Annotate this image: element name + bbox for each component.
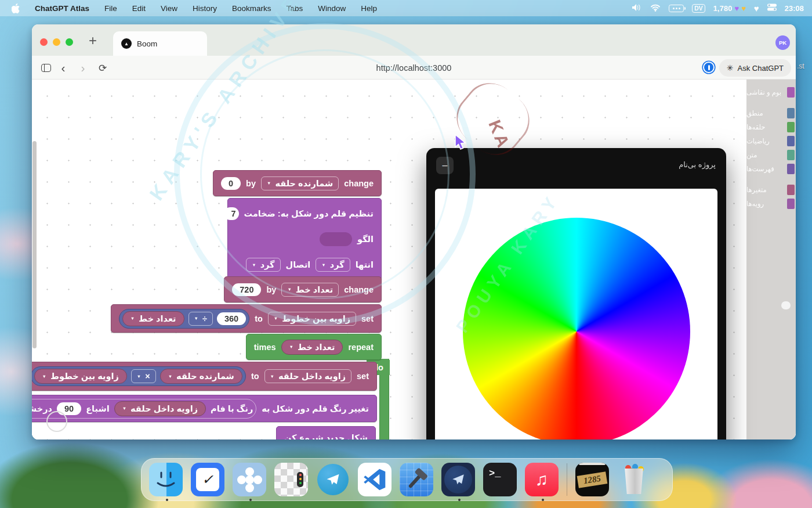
block-toolbox: بوم و نقاشی منطق حلقه‌ها ریاضیات متن فهر… (746, 80, 796, 439)
variable-dropdown[interactable]: زاویه بین خطوط (268, 312, 356, 326)
sidebar-toggle-button[interactable] (39, 61, 53, 75)
zoom-reset-circle[interactable] (46, 411, 67, 432)
block-change-counter[interactable]: change شمارنده حلقه by 0 (213, 170, 382, 196)
tab-favicon: ▲ (121, 38, 132, 49)
operator-dropdown[interactable]: × (131, 369, 156, 383)
multiplication-block[interactable]: شمارنده حلقه × زاویه بین خطوط (32, 366, 246, 386)
control-center-icon[interactable] (767, 3, 777, 13)
new-tab-button[interactable]: + (89, 33, 97, 49)
join-dropdown[interactable]: گرد (246, 258, 280, 272)
dock-vscode-icon[interactable] (358, 463, 392, 496)
menu-item-view[interactable]: View (161, 4, 177, 13)
tab-boom[interactable]: ▲ Boom (113, 31, 207, 56)
menu-clock[interactable]: 23:08 (785, 4, 804, 13)
category-color-swatch (787, 150, 795, 160)
close-window-button[interactable] (40, 38, 48, 46)
apple-menu-icon[interactable] (12, 3, 20, 13)
division-block[interactable]: 360 ÷ تعداد خط (119, 309, 249, 329)
variable-dropdown[interactable]: زاویه داخل حلقه (264, 369, 351, 383)
variable-pill[interactable]: زاویه بین خطوط (34, 369, 127, 384)
workspace-vertical-scrollbar[interactable] (32, 141, 37, 348)
zoom-window-button[interactable] (66, 38, 73, 46)
category-color-swatch (787, 87, 795, 98)
block-pen-setup[interactable]: تنظیم قلم دور شکل به: ضخامت 7 الگو انتها… (227, 198, 382, 280)
browser-window: + ▲ Boom PK ‹ › ⟳ http://localhost:3000 … (32, 24, 796, 439)
canvas-minimize-button[interactable]: – (436, 157, 454, 174)
menu-counter: 1,780 ♥ ♥ (713, 4, 746, 13)
variable-pill[interactable]: تعداد خط (281, 340, 343, 355)
desktop-icon-label: .st (797, 62, 804, 70)
category-color-swatch (787, 199, 795, 209)
dock-telegram-icon[interactable] (316, 463, 350, 496)
variable-dropdown[interactable]: شمارنده حلقه (261, 176, 339, 190)
menu-item-help[interactable]: Help (361, 4, 377, 13)
number-field[interactable]: 360 (217, 312, 246, 325)
variable-pill[interactable]: تعداد خط (122, 311, 184, 326)
category-color-swatch (787, 164, 795, 174)
openai-logo-icon: ✳ (727, 63, 734, 73)
browser-toolbar: ‹ › ⟳ http://localhost:3000 ✳ Ask ChatGP… (32, 56, 796, 80)
minimize-window-button[interactable] (53, 38, 60, 46)
color-wheel-drawing (463, 218, 690, 439)
dock-divider (567, 463, 567, 496)
toolbox-category-logic[interactable]: منطق (746, 106, 796, 120)
block-repeat[interactable]: repeat تعداد خط times (246, 334, 382, 360)
number-field[interactable]: 720 (232, 283, 261, 296)
block-change-lines[interactable]: change تعداد خط by 720 (224, 276, 382, 302)
variable-pill[interactable]: زاویه داخل حلقه (114, 401, 206, 416)
toolbox-category-math[interactable]: ریاضیات (746, 134, 796, 148)
number-field[interactable]: 0 (221, 177, 241, 190)
forward-button[interactable]: › (76, 61, 90, 75)
variable-dropdown[interactable]: تعداد خط (281, 283, 339, 297)
block-change-color[interactable]: تغییر رنگ قلم دور شکل به رنگ با فام زاوی… (32, 395, 377, 422)
back-button[interactable]: ‹ (56, 61, 70, 75)
menu-item-edit[interactable]: Edit (132, 4, 146, 13)
profile-avatar[interactable]: PK (775, 35, 790, 50)
toolbox-category-text[interactable]: متن (746, 148, 796, 162)
operator-dropdown[interactable]: ÷ (188, 312, 213, 326)
active-app-name[interactable]: ChatGPT Atlas (35, 4, 89, 13)
category-color-swatch (787, 136, 795, 146)
menu-item-file[interactable]: File (104, 4, 117, 13)
dock-color-grid-icon[interactable] (274, 463, 308, 496)
dock-xcode-icon[interactable] (400, 463, 433, 496)
battery-icon[interactable] (669, 5, 684, 12)
dock-trash-icon[interactable] (617, 463, 651, 496)
desktop: ChatGPT Atlas File Edit View History Boo… (0, 0, 812, 508)
drawing-canvas[interactable] (435, 189, 717, 439)
menu-item-history[interactable]: History (193, 4, 217, 13)
toolbox-category-variables[interactable]: متغیرها (746, 183, 796, 197)
block-set-inner-angle[interactable]: set زاویه داخل حلقه to شمارنده حلقه × زا… (32, 362, 377, 391)
project-canvas-window[interactable]: – پروژه بی‌نام (426, 148, 726, 439)
cap-dropdown[interactable]: گرد (316, 258, 350, 272)
block-set-angle[interactable]: set زاویه بین خطوط to 360 ÷ تعداد خط (111, 304, 382, 333)
toolbox-category-procedures[interactable]: رویه‌ها (746, 197, 796, 211)
wifi-icon[interactable] (650, 3, 661, 13)
menu-item-tabs[interactable]: Tabs (287, 4, 303, 13)
address-bar[interactable]: http://localhost:3000 (32, 56, 796, 80)
dock-telegram-dark-icon[interactable] (441, 463, 475, 496)
volume-icon[interactable] (632, 3, 642, 13)
block-new-shape[interactable]: شکل جدید شروع کن (276, 426, 376, 439)
number-field[interactable]: 7 (224, 207, 239, 220)
dock-tasks-icon[interactable]: ✓ (191, 463, 224, 496)
white-heart-icon[interactable]: ♥ (754, 4, 759, 13)
variable-pill[interactable]: شمارنده حلقه (160, 369, 242, 384)
menu-item-window[interactable]: Window (318, 4, 346, 13)
dock-terminal-icon[interactable]: >_ (483, 463, 517, 496)
password-manager-icon[interactable] (703, 62, 715, 73)
toolbox-category-canvas[interactable]: بوم و نقاشی (746, 85, 796, 99)
toolbox-category-lists[interactable]: فهرست‌ها (746, 162, 796, 176)
toolbox-category-loops[interactable]: حلقه‌ها (746, 120, 796, 134)
dock-finder-icon[interactable] (149, 463, 183, 496)
menu-item-bookmarks[interactable]: Bookmarks (232, 4, 271, 13)
reload-button[interactable]: ⟳ (96, 61, 110, 75)
dock-clover-icon[interactable] (233, 463, 266, 496)
dock-book-1285-icon[interactable]: 1285 (575, 463, 609, 496)
dock-music-icon[interactable]: ♫ (525, 463, 559, 496)
dv-status-badge[interactable]: DV (692, 4, 705, 13)
yellow-heart-icon: ♥ (741, 5, 746, 12)
pattern-slot[interactable] (320, 232, 352, 246)
ask-chatgpt-button[interactable]: ✳ Ask ChatGPT (719, 59, 791, 77)
toolbox-scrollbar[interactable] (781, 301, 791, 309)
